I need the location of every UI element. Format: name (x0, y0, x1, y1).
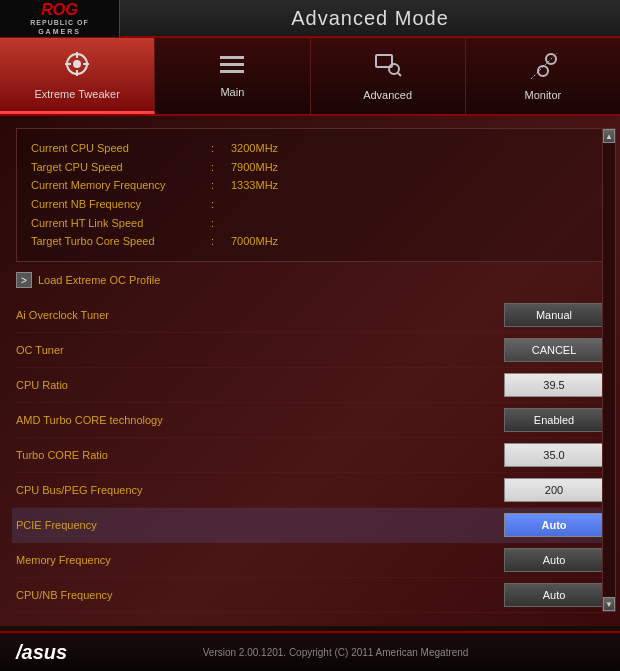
main-icon (218, 54, 246, 82)
tab-bar: Extreme Tweaker Main Advanced Monitor (0, 38, 620, 116)
svg-rect-8 (220, 70, 244, 73)
info-colon-5: : (211, 232, 231, 251)
info-value-1: 7900MHz (231, 158, 278, 177)
turbo-ratio-input[interactable]: 35.0 (504, 443, 604, 467)
header: ROG REPUBLIC OF GAMERS Advanced Mode (0, 0, 620, 38)
info-row-1: Target CPU Speed : 7900MHz (31, 158, 589, 177)
rog-logo: ROG REPUBLIC OF GAMERS (30, 0, 88, 36)
info-panel: Current CPU Speed : 3200MHz Target CPU S… (16, 128, 604, 262)
info-value-2: 1333MHz (231, 176, 278, 195)
scroll-down-button[interactable]: ▼ (603, 597, 615, 611)
setting-name-pcie: PCIE Frequency (16, 519, 504, 531)
profile-label: Load Extreme OC Profile (38, 274, 160, 286)
info-label-3: Current NB Frequency (31, 195, 211, 214)
svg-rect-6 (220, 56, 244, 59)
svg-point-1 (73, 60, 81, 68)
asus-logo: /asus (16, 641, 67, 664)
info-label-4: Current HT Link Speed (31, 214, 211, 233)
setting-row-cpu-ratio: CPU Ratio 39.5 (16, 368, 604, 403)
cpu-bus-input[interactable]: 200 (504, 478, 604, 502)
scrollbar[interactable]: ▲ ▼ (602, 128, 616, 612)
setting-name-memory-freq: Memory Frequency (16, 554, 504, 566)
page-title: Advanced Mode (120, 7, 620, 30)
load-profile-button[interactable]: > Load Extreme OC Profile (16, 272, 604, 288)
setting-row-oc-tuner: OC Tuner CANCEL (16, 333, 604, 368)
tab-monitor[interactable]: Monitor (466, 38, 620, 114)
setting-row-cpu-bus: CPU Bus/PEG Frequency 200 (16, 473, 604, 508)
info-colon-4: : (211, 214, 231, 233)
footer: /asus Version 2.00.1201. Copyright (C) 2… (0, 631, 620, 671)
setting-row-cpu-nb: CPU/NB Frequency Auto (16, 578, 604, 613)
svg-rect-7 (220, 63, 244, 66)
info-label-5: Target Turbo Core Speed (31, 232, 211, 251)
setting-name-ai-overclock: Ai Overclock Tuner (16, 309, 504, 321)
info-row-5: Target Turbo Core Speed : 7000MHz (31, 232, 589, 251)
monitor-icon (529, 51, 557, 85)
tab-extreme-tweaker-label: Extreme Tweaker (34, 88, 119, 100)
setting-row-amd-turbo: AMD Turbo CORE technology Enabled (16, 403, 604, 438)
svg-line-11 (398, 73, 401, 76)
footer-version-text: Version 2.00.1201. Copyright (C) 2011 Am… (67, 647, 604, 658)
cpu-nb-freq-button[interactable]: Auto (504, 583, 604, 607)
info-label-1: Target CPU Speed (31, 158, 211, 177)
tab-main[interactable]: Main (155, 38, 310, 114)
info-label-2: Current Memory Frequency (31, 176, 211, 195)
oc-tuner-cancel-button[interactable]: CANCEL (504, 338, 604, 362)
main-content: Current CPU Speed : 3200MHz Target CPU S… (0, 116, 620, 626)
setting-row-ai-overclock: Ai Overclock Tuner Manual (16, 298, 604, 333)
scroll-track (603, 143, 615, 611)
ai-overclock-value-button[interactable]: Manual (504, 303, 604, 327)
memory-freq-button[interactable]: Auto (504, 548, 604, 572)
setting-name-amd-turbo: AMD Turbo CORE technology (16, 414, 504, 426)
info-row-0: Current CPU Speed : 3200MHz (31, 139, 589, 158)
info-colon-1: : (211, 158, 231, 177)
scroll-up-button[interactable]: ▲ (603, 129, 615, 143)
setting-name-turbo-ratio: Turbo CORE Ratio (16, 449, 504, 461)
tab-extreme-tweaker[interactable]: Extreme Tweaker (0, 38, 155, 114)
tab-advanced[interactable]: Advanced (311, 38, 466, 114)
info-row-3: Current NB Frequency : (31, 195, 589, 214)
setting-name-cpu-nb: CPU/NB Frequency (16, 589, 504, 601)
info-row-4: Current HT Link Speed : (31, 214, 589, 233)
setting-name-cpu-ratio: CPU Ratio (16, 379, 504, 391)
tab-monitor-label: Monitor (525, 89, 562, 101)
settings-list: Ai Overclock Tuner Manual OC Tuner CANCE… (16, 298, 604, 613)
advanced-icon (374, 51, 402, 85)
setting-row-memory-freq: Memory Frequency Auto (16, 543, 604, 578)
setting-row-turbo-ratio: Turbo CORE Ratio 35.0 (16, 438, 604, 473)
info-label-0: Current CPU Speed (31, 139, 211, 158)
setting-name-oc-tuner: OC Tuner (16, 344, 504, 356)
info-colon-0: : (211, 139, 231, 158)
tab-main-label: Main (220, 86, 244, 98)
profile-arrow-icon: > (16, 272, 32, 288)
setting-row-pcie: PCIE Frequency Auto (12, 508, 608, 543)
svg-point-10 (389, 64, 399, 74)
info-row-2: Current Memory Frequency : 1333MHz (31, 176, 589, 195)
info-colon-3: : (211, 195, 231, 214)
info-value-5: 7000MHz (231, 232, 278, 251)
setting-name-cpu-bus: CPU Bus/PEG Frequency (16, 484, 504, 496)
tab-advanced-label: Advanced (363, 89, 412, 101)
pcie-frequency-input[interactable]: Auto (504, 513, 604, 537)
rog-logo-container: ROG REPUBLIC OF GAMERS (0, 0, 120, 37)
amd-turbo-value-button[interactable]: Enabled (504, 408, 604, 432)
info-colon-2: : (211, 176, 231, 195)
cpu-ratio-input[interactable]: 39.5 (504, 373, 604, 397)
extreme-tweaker-icon (63, 50, 91, 84)
info-value-0: 3200MHz (231, 139, 278, 158)
